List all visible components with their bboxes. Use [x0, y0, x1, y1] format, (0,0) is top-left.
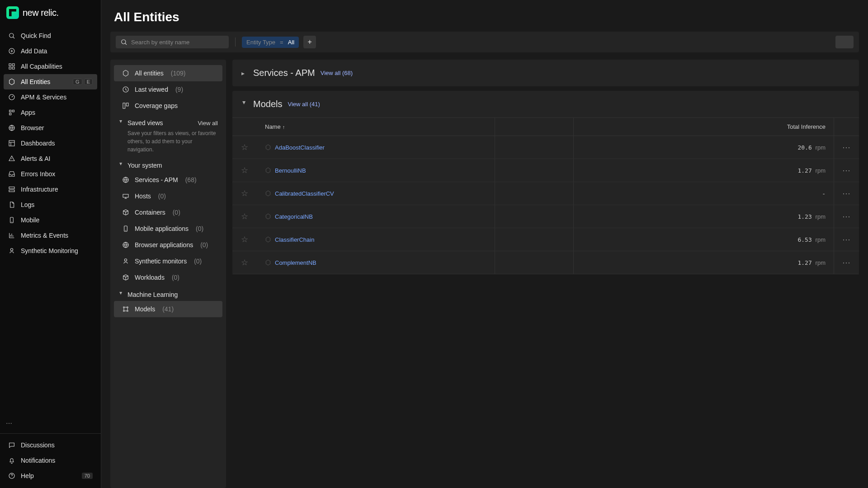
nav-item-dashboards[interactable]: Dashboards [4, 136, 97, 151]
nav-item-alerts-ai[interactable]: Alerts & AI [4, 151, 97, 166]
nav-item-help[interactable]: Help70 [4, 468, 97, 483]
row-actions-icon[interactable]: ⋯ [842, 166, 851, 175]
inspector-all-entities[interactable]: All entities (109) [114, 65, 222, 81]
inspector-item-label: Browser applications [135, 241, 193, 249]
nav-label: All Capabilities [21, 63, 62, 70]
filter-chip[interactable]: Entity Type = All [242, 37, 299, 48]
coverage-icon [122, 102, 129, 109]
svg-rect-8 [12, 110, 14, 112]
search-icon [120, 38, 127, 46]
nav-item-quick-find[interactable]: Quick Find [4, 28, 97, 43]
table-row: ☆ AdaBoostClassifier 20.6 rpm ⋯ [232, 136, 859, 159]
star-icon[interactable]: ☆ [241, 143, 248, 152]
nav-item-logs[interactable]: Logs [4, 197, 97, 212]
ml-header[interactable]: ▸ Machine Learning [118, 291, 218, 298]
nav-item-synthetic-monitoring[interactable]: Synthetic Monitoring [4, 243, 97, 258]
row-actions-icon[interactable]: ⋯ [842, 143, 851, 152]
filter-bar: Entity Type = All + [110, 32, 859, 52]
star-icon[interactable]: ☆ [241, 166, 248, 175]
hex-icon [265, 236, 271, 243]
key-E: E [84, 79, 93, 85]
inspector-item-models[interactable]: Models(41) [114, 301, 222, 317]
row-actions-icon[interactable]: ⋯ [842, 189, 851, 198]
nav-item-errors-inbox[interactable]: Errors Inbox [4, 166, 97, 182]
inspector-coverage-label: Coverage gaps [135, 102, 178, 109]
saved-views-header[interactable]: ▸ Saved views View all [118, 119, 218, 127]
entity-link[interactable]: BernoulliNB [265, 167, 486, 174]
inspector-item-workloads[interactable]: Workloads(0) [114, 269, 222, 286]
entity-link[interactable]: CategoricalNB [265, 213, 486, 220]
nav-item-apps[interactable]: Apps [4, 105, 97, 120]
nav-item-discussions[interactable]: Discussions [4, 437, 97, 453]
inspector-item-browser-applications[interactable]: Browser applications(0) [114, 237, 222, 253]
your-system-header[interactable]: ▸ Your system [118, 162, 218, 169]
svg-point-18 [11, 423, 12, 424]
star-icon[interactable]: ☆ [241, 212, 248, 221]
nav-main: Quick FindAdd DataAll CapabilitiesAll En… [0, 28, 101, 415]
filter-action-button[interactable] [835, 36, 854, 48]
logo-text: new relic. [23, 8, 58, 18]
inspector-item-count: (41) [162, 305, 174, 313]
inspector-item-count: (0) [158, 192, 166, 200]
star-icon[interactable]: ☆ [241, 235, 248, 244]
bell-icon [8, 457, 15, 464]
inspector-last-viewed[interactable]: Last viewed (9) [114, 81, 222, 98]
nav-item-apm-services[interactable]: APM & Services [4, 89, 97, 105]
entity-link[interactable]: ComplementNB [265, 259, 486, 266]
nav-more-icon[interactable] [0, 415, 101, 433]
panel-apm-view-all[interactable]: View all (68) [321, 70, 353, 76]
nav-label: Metrics & Events [21, 232, 68, 239]
svg-point-17 [9, 423, 9, 424]
inspector-item-mobile-applications[interactable]: Mobile applications(0) [114, 221, 222, 237]
host-icon [122, 192, 129, 200]
inspector-item-synthetic-monitors[interactable]: Synthetic monitors(0) [114, 253, 222, 269]
chevron-right-icon[interactable]: ▸ [241, 70, 248, 77]
inspector-item-count: (0) [200, 241, 208, 249]
logo[interactable]: new relic. [0, 0, 101, 28]
inspector-all-count: (109) [171, 70, 186, 77]
inspector-item-services-apm[interactable]: Services - APM(68) [114, 172, 222, 188]
entity-link[interactable]: CalibratedClassifierCV [265, 190, 486, 197]
nav-item-mobile[interactable]: Mobile [4, 212, 97, 228]
saved-views-view-all[interactable]: View all [198, 120, 218, 127]
svg-rect-12 [9, 187, 14, 189]
star-icon[interactable]: ☆ [241, 189, 248, 198]
row-actions-icon[interactable]: ⋯ [842, 258, 851, 267]
your-system-title: Your system [127, 162, 162, 169]
nav-label: Browser [21, 124, 44, 131]
nav-item-add-data[interactable]: Add Data [4, 43, 97, 59]
row-actions-icon[interactable]: ⋯ [842, 235, 851, 244]
nav-item-infrastructure[interactable]: Infrastructure [4, 182, 97, 197]
star-icon[interactable]: ☆ [241, 258, 248, 267]
entity-link[interactable]: AdaBoostClassifier [265, 144, 486, 151]
row-actions-icon[interactable]: ⋯ [842, 212, 851, 221]
inspector-coverage-gaps[interactable]: Coverage gaps [114, 98, 222, 114]
search-box[interactable] [116, 36, 229, 48]
chart-icon [8, 232, 15, 239]
svg-rect-7 [9, 110, 11, 112]
sidebar: new relic. Quick FindAdd DataAll Capabil… [0, 0, 101, 488]
col-name-header[interactable]: Name↑ [257, 118, 495, 136]
inspector-item-label: Mobile applications [135, 225, 189, 232]
svg-point-31 [123, 310, 125, 312]
nav-item-all-entities[interactable]: All EntitiesGE [4, 74, 97, 89]
models-table: Name↑ Total Inference ☆ AdaBoostClassifi… [232, 117, 859, 274]
nav-label: Infrastructure [21, 186, 58, 193]
inspector-item-hosts[interactable]: Hosts(0) [114, 188, 222, 204]
entity-link[interactable]: ClassifierChain [265, 236, 486, 243]
nav-item-all-capabilities[interactable]: All Capabilities [4, 59, 97, 74]
svg-rect-9 [9, 113, 11, 115]
svg-point-20 [122, 40, 126, 44]
nav-item-metrics-events[interactable]: Metrics & Events [4, 228, 97, 243]
nav-badge: 70 [82, 473, 93, 479]
search-input[interactable] [131, 39, 224, 46]
add-filter-button[interactable]: + [303, 36, 316, 48]
nav-item-browser[interactable]: Browser [4, 120, 97, 136]
col-inference-header[interactable]: Total Inference [574, 118, 834, 136]
inspector-item-containers[interactable]: Containers(0) [114, 204, 222, 221]
chevron-down-icon[interactable]: ▸ [241, 101, 248, 108]
inspector-item-label: Services - APM [135, 176, 178, 183]
svg-point-15 [10, 249, 13, 251]
panel-models-view-all[interactable]: View all (41) [288, 101, 320, 108]
nav-item-notifications[interactable]: Notifications [4, 453, 97, 468]
